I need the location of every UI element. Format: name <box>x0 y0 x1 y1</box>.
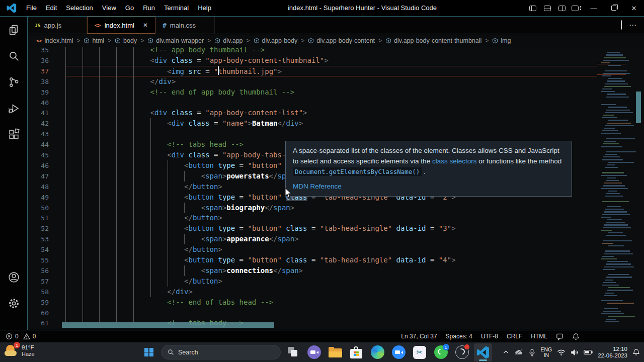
breadcrumb-item[interactable]: div.app <box>214 37 243 44</box>
whatsapp-icon[interactable]: 1 <box>432 343 450 361</box>
menu-selection[interactable]: Selection <box>61 0 97 16</box>
edge-icon[interactable] <box>368 343 386 361</box>
hidden-icons-chevron[interactable] <box>503 349 509 355</box>
code-line[interactable]: <!-- app body thumbnail --> <box>65 47 597 55</box>
class-selectors-link[interactable]: class selectors <box>432 157 477 165</box>
code-line[interactable]: </button> <box>65 213 597 223</box>
menu-run[interactable]: Run <box>138 0 159 16</box>
code-line[interactable]: <img src = "thumbnail.jpg"> <box>65 66 597 76</box>
customize-layout-button[interactable] <box>569 0 584 16</box>
code-line[interactable]: <span>biography</span> <box>65 203 597 213</box>
file-explorer-icon[interactable] <box>326 343 344 361</box>
tab-index.html[interactable]: <>index.html✕ <box>87 17 155 34</box>
code-line[interactable]: <span>connections</span> <box>65 265 597 276</box>
line-number[interactable]: 52 <box>28 223 49 234</box>
onedrive-paused-icon[interactable] <box>514 348 524 356</box>
line-number[interactable]: 57 <box>28 276 49 287</box>
status-ln-37-col-37[interactable]: Ln 37, Col 37 <box>401 333 437 340</box>
split-editor-icon[interactable] <box>621 21 622 30</box>
line-number[interactable]: 37 <box>28 66 49 76</box>
code-line[interactable] <box>65 98 597 108</box>
breadcrumb-item[interactable]: div.app-body-content-thumbnail <box>385 37 481 44</box>
toggle-secondary-sidebar-button[interactable] <box>554 0 569 16</box>
notifications-bell-icon[interactable] <box>572 333 580 340</box>
breadcrumb-item[interactable]: img <box>492 37 511 44</box>
vscode-taskbar-icon[interactable] <box>474 343 492 361</box>
code-line[interactable]: </button> <box>65 244 597 255</box>
horizontal-scrollbar[interactable] <box>62 322 274 328</box>
status-crlf[interactable]: CRLF <box>507 333 522 340</box>
code-line[interactable]: <!-- end of app body thumbnail --> <box>65 87 597 98</box>
code-line[interactable]: </div> <box>65 287 597 297</box>
code-line[interactable]: </button> <box>65 276 597 287</box>
code-line[interactable]: <!-- end of tabs head --> <box>65 297 597 308</box>
search-icon[interactable] <box>8 50 20 62</box>
code-line[interactable]: <div class = "name">Batman</div> <box>65 118 597 129</box>
status-spaces-4[interactable]: Spaces: 4 <box>446 333 472 340</box>
accounts-icon[interactable] <box>8 271 20 284</box>
code-line[interactable]: <span>appearance</span> <box>65 234 597 244</box>
line-number[interactable]: 45 <box>28 150 49 160</box>
line-number[interactable]: 38 <box>28 76 49 87</box>
tab-main.css[interactable]: #main.css <box>155 17 215 34</box>
start-button[interactable] <box>140 343 158 361</box>
line-number[interactable]: 56 <box>28 265 49 276</box>
breadcrumb-item[interactable]: div.app-body <box>254 37 298 44</box>
code-line[interactable] <box>65 129 597 139</box>
settings-gear-icon[interactable] <box>8 297 20 310</box>
line-number[interactable]: 55 <box>28 255 49 265</box>
obs-studio-icon[interactable] <box>453 343 471 361</box>
line-number[interactable]: 44 <box>28 139 49 150</box>
weather-widget[interactable]: 1 91°F Haze <box>4 344 35 358</box>
line-number[interactable]: 39 <box>28 87 49 98</box>
battery-icon[interactable] <box>584 349 593 355</box>
breadcrumb-item[interactable]: div.main-wrapper <box>147 37 204 44</box>
volume-icon[interactable] <box>571 349 579 356</box>
toggle-primary-sidebar-button[interactable] <box>525 0 540 16</box>
language-indicator[interactable]: ENG IN <box>540 347 552 358</box>
minimap[interactable] <box>597 47 635 330</box>
line-number[interactable]: 41 <box>28 108 49 118</box>
line-number[interactable]: 40 <box>28 98 49 108</box>
menu-view[interactable]: View <box>98 0 121 16</box>
breadcrumb-item[interactable]: <>index.html <box>36 37 73 44</box>
line-number[interactable]: 58 <box>28 287 49 297</box>
line-number[interactable]: 59 <box>28 297 49 308</box>
menu-terminal[interactable]: Terminal <box>159 0 193 16</box>
code-line[interactable] <box>65 308 597 318</box>
line-number[interactable]: 53 <box>28 234 49 244</box>
vertical-scrollbar[interactable] <box>636 92 641 123</box>
microsoft-store-icon[interactable] <box>347 343 365 361</box>
zoom-icon[interactable] <box>389 343 408 361</box>
source-control-icon[interactable] <box>8 76 20 88</box>
line-number[interactable]: 61 <box>28 318 49 328</box>
task-view-icon[interactable] <box>284 343 302 361</box>
breadcrumb-item[interactable]: html <box>84 37 104 44</box>
problems-indicator[interactable]: 0 0 <box>0 333 36 340</box>
restore-button[interactable] <box>604 0 624 16</box>
line-number[interactable]: 47 <box>28 171 49 182</box>
code-line[interactable]: <button type = "button" class = "tab-hea… <box>65 223 597 234</box>
line-number[interactable]: 36 <box>28 55 49 66</box>
line-number[interactable]: 51 <box>28 213 49 223</box>
run-debug-icon[interactable] <box>8 102 20 115</box>
code-line[interactable]: <div class = "app-body-content-thumbnail… <box>65 55 597 66</box>
menu-edit[interactable]: Edit <box>41 0 61 16</box>
breadcrumb-item[interactable]: div.app-body-content <box>308 37 375 44</box>
status-utf-8[interactable]: UTF-8 <box>481 333 498 340</box>
line-number[interactable]: 50 <box>28 203 49 213</box>
line-number[interactable]: 42 <box>28 118 49 129</box>
close-button[interactable]: ✕ <box>624 0 644 16</box>
line-number[interactable]: 60 <box>28 308 49 318</box>
menu-go[interactable]: Go <box>121 0 138 16</box>
explorer-icon[interactable] <box>8 24 20 36</box>
feedback-icon[interactable] <box>556 333 564 340</box>
extensions-icon[interactable] <box>8 128 20 141</box>
clock[interactable]: 12:10 22-06-2023 <box>598 346 627 359</box>
menu-help[interactable]: Help <box>193 0 216 16</box>
menu-file[interactable]: File <box>22 0 41 16</box>
line-number[interactable]: 46 <box>28 160 49 171</box>
line-number[interactable]: 54 <box>28 244 49 255</box>
code-line[interactable]: <div class = "app-body-content-list"> <box>65 108 597 118</box>
code-line[interactable]: </div> <box>65 76 597 87</box>
